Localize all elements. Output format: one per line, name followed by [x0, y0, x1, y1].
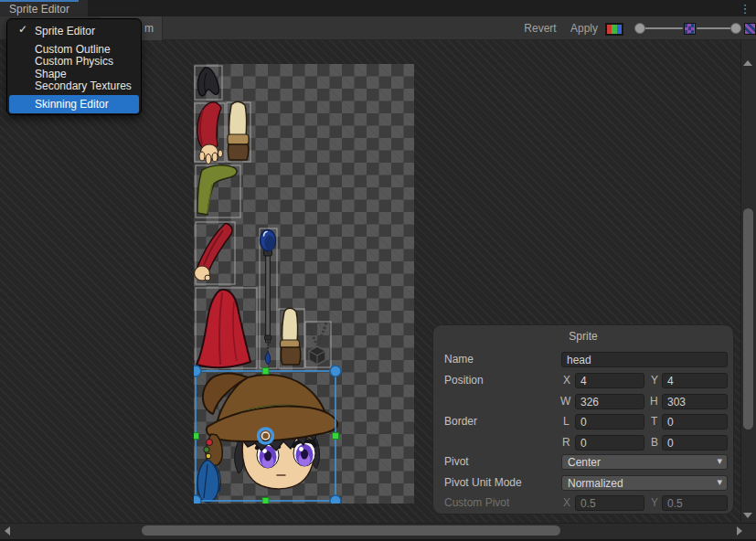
panel-title: Sprite: [433, 330, 733, 343]
menu-item-secondary-textures[interactable]: Secondary Textures: [9, 77, 139, 95]
edge-handle-left[interactable]: [194, 433, 199, 440]
mip-level-icon: [684, 23, 696, 35]
name-label: Name: [444, 353, 474, 366]
menu-item-skinning-editor[interactable]: Skinning Editor: [9, 95, 139, 113]
titlebar: Sprite Editor ⋮: [0, 0, 756, 16]
sprite-pendant[interactable]: [309, 323, 326, 365]
pivot-unit-mode-dropdown[interactable]: Normalized ▾: [561, 475, 728, 491]
width-input[interactable]: 326: [575, 394, 644, 409]
sprite-hair-back[interactable]: [197, 68, 218, 96]
position-y-input[interactable]: 4: [662, 373, 728, 388]
sprite-inspector-panel: Sprite Name head Position X 4 Y 4 W 326 …: [432, 324, 734, 514]
border-label: Border: [444, 415, 477, 428]
corner-handle-tl[interactable]: [194, 366, 201, 377]
sprite-head-selected[interactable]: [197, 374, 337, 503]
sprite-layer: [194, 64, 414, 504]
sprite-staff[interactable]: [261, 230, 276, 366]
mip-max-icon: [744, 23, 756, 35]
active-tab-indicator: [0, 0, 79, 2]
custom-pivot-label: Custom Pivot: [444, 496, 509, 509]
tab-label: Sprite Editor: [9, 3, 69, 16]
sprite-boot-2[interactable]: [281, 308, 301, 365]
dropdown-arrow-icon: ▾: [717, 455, 722, 467]
corner-handle-br[interactable]: [330, 495, 341, 504]
r-label: R: [562, 436, 570, 449]
scroll-up-arrow[interactable]: [743, 60, 752, 66]
tab-sprite-editor[interactable]: Sprite Editor: [0, 0, 88, 16]
w-label: W: [560, 395, 570, 408]
custom-pivot-y-input: 0.5: [662, 495, 728, 511]
corner-handle-tr[interactable]: [330, 366, 341, 377]
pivot-unit-mode-label: Pivot Unit Mode: [444, 476, 522, 489]
edge-handle-top[interactable]: [262, 368, 269, 375]
menu-item-custom-physics-shape[interactable]: Custom Physics Shape: [9, 58, 139, 77]
scroll-down-arrow[interactable]: [743, 513, 752, 518]
scroll-left-arrow[interactable]: [5, 526, 10, 536]
h-label: H: [650, 395, 658, 408]
position-label: Position: [444, 374, 484, 387]
sprite-editor-window: Sprite Editor ⋮ m Revert Apply ✓ Sprite …: [0, 0, 756, 541]
name-input[interactable]: head: [561, 352, 728, 367]
mip-slider-thumb[interactable]: [730, 23, 741, 34]
menu-item-sprite-editor[interactable]: ✓ Sprite Editor: [9, 22, 139, 40]
vertical-scrollbar-thumb[interactable]: [743, 208, 753, 430]
custom-pivot-x-label: X: [563, 496, 570, 509]
sprite-boot-1[interactable]: [228, 101, 249, 160]
border-t-input[interactable]: 0: [662, 414, 728, 430]
corner-handle-bl[interactable]: [194, 495, 201, 504]
color-channel-icon[interactable]: [605, 23, 623, 36]
y-label: Y: [651, 374, 658, 387]
scroll-right-arrow[interactable]: [737, 526, 742, 536]
sprite-arm-2[interactable]: [195, 223, 232, 281]
x-label: X: [563, 374, 570, 387]
apply-button[interactable]: Apply: [565, 16, 603, 40]
sprite-scarf[interactable]: [197, 165, 237, 215]
sprite-cape[interactable]: [197, 290, 250, 367]
l-label: L: [563, 415, 570, 428]
mip-slider-track[interactable]: [697, 27, 731, 29]
b-label: B: [651, 436, 658, 449]
pivot-label: Pivot: [444, 455, 469, 468]
height-input[interactable]: 303: [662, 394, 728, 409]
sprite-arm-1[interactable]: [197, 102, 223, 164]
custom-pivot-y-label: Y: [651, 496, 658, 509]
custom-pivot-x-input: 0.5: [575, 495, 644, 511]
sprite-editor-mode-menu: ✓ Sprite Editor Custom Outline Custom Ph…: [6, 18, 142, 115]
edge-handle-right[interactable]: [333, 433, 339, 440]
dropdown-arrow-icon: ▾: [717, 476, 722, 488]
pivot-dropdown[interactable]: Center ▾: [561, 454, 728, 470]
edge-handle-bottom[interactable]: [262, 498, 269, 504]
kebab-menu-icon[interactable]: ⋮: [738, 1, 752, 16]
border-b-input[interactable]: 0: [662, 435, 728, 451]
revert-button[interactable]: Revert: [517, 16, 563, 40]
horizontal-scrollbar-thumb[interactable]: [142, 525, 560, 536]
position-x-input[interactable]: 4: [575, 373, 644, 388]
zoom-slider-thumb[interactable]: [634, 23, 645, 34]
zoom-slider-track[interactable]: [640, 27, 683, 29]
border-l-input[interactable]: 0: [575, 414, 644, 430]
border-r-input[interactable]: 0: [575, 435, 644, 451]
check-icon: ✓: [18, 23, 27, 36]
t-label: T: [651, 415, 657, 428]
